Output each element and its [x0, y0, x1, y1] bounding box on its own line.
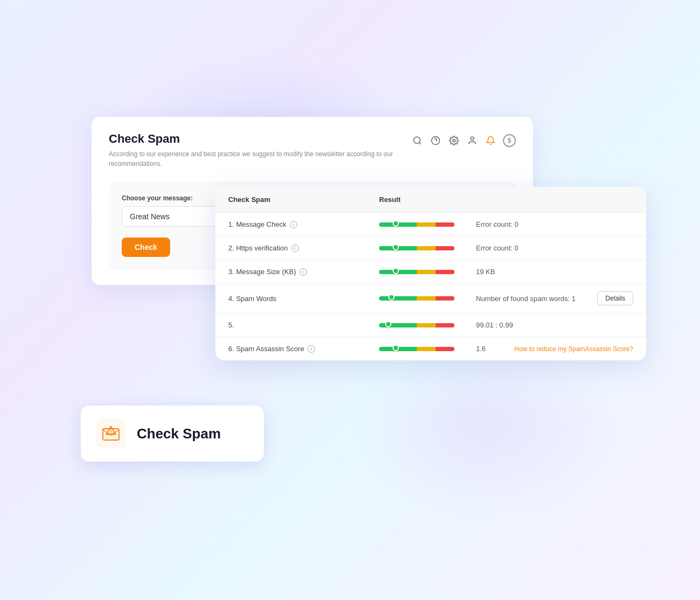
- notif-card: ! Check Spam: [81, 406, 264, 462]
- title-group: Check Spam According to our experience a…: [109, 132, 410, 169]
- row-1-gauge: [379, 221, 454, 228]
- gauge-indicator: [393, 345, 399, 351]
- table-row: 2. Https verification i Error count: 0: [215, 236, 646, 260]
- gauge-red: [436, 222, 454, 227]
- gauge-red: [436, 296, 454, 301]
- header-icons: $: [411, 132, 516, 147]
- gauge-yellow: [417, 246, 436, 250]
- row-5-gauge: [379, 322, 454, 329]
- gauge-indicator: [393, 244, 399, 250]
- row-2-result: Error count: 0: [476, 244, 633, 252]
- row-2-label: 2. Https verification i: [228, 244, 379, 252]
- gauge-indicator: [388, 294, 395, 301]
- gauge-track: [379, 222, 454, 227]
- question-icon[interactable]: [430, 135, 442, 146]
- page-title: Check Spam: [109, 132, 410, 146]
- settings-icon[interactable]: [448, 135, 460, 146]
- table-row: 6. Spam Assassin Score i 1.6 How to redu…: [215, 337, 646, 360]
- svg-text:!: !: [110, 429, 112, 434]
- results-panel: Check Spam Result 1. Message Check i: [215, 187, 646, 360]
- row-1-label: 1. Message Check i: [228, 220, 379, 228]
- gauge-yellow: [417, 347, 436, 351]
- gauge-indicator: [385, 321, 391, 327]
- gauge-indicator: [393, 220, 399, 227]
- row-5-label: 5.: [228, 321, 379, 329]
- results-table-header: Check Spam Result: [215, 187, 646, 213]
- row-1-info-icon[interactable]: i: [290, 221, 297, 228]
- col-check-spam-header: Check Spam: [228, 196, 379, 204]
- row-6-info-icon[interactable]: i: [307, 345, 315, 353]
- user-icon[interactable]: [466, 135, 478, 146]
- gauge-yellow: [417, 323, 436, 327]
- row-6-label: 6. Spam Assassin Score i: [228, 345, 379, 353]
- notif-icon-wrapper: !: [96, 418, 126, 449]
- gauge-yellow: [417, 222, 436, 227]
- row-3-info-icon[interactable]: i: [299, 268, 307, 276]
- search-icon[interactable]: [411, 135, 423, 146]
- notif-card-title: Check Spam: [137, 425, 221, 442]
- bell-icon[interactable]: [485, 135, 496, 146]
- dollar-icon[interactable]: $: [503, 134, 516, 147]
- row-3-label: 3. Message Size (KB) i: [228, 268, 379, 276]
- row-1-result: Error count: 0: [476, 220, 633, 228]
- gauge-red: [436, 270, 454, 274]
- row-6-gauge: [379, 346, 454, 352]
- gauge-green: [379, 296, 417, 301]
- row-4-gauge: [379, 295, 454, 302]
- svg-point-4: [471, 137, 474, 140]
- table-row: 3. Message Size (KB) i 19 KB: [215, 260, 646, 284]
- row-4-result: Number of found spam words: 1 Details: [476, 291, 633, 305]
- gauge-yellow: [417, 296, 436, 301]
- gauge-red: [436, 323, 454, 327]
- gauge-red: [436, 347, 454, 351]
- gauge-track: [379, 246, 454, 250]
- row-5-result: 99.01 : 0.99: [476, 321, 633, 329]
- envelope-warning-icon: !: [101, 424, 121, 443]
- row-4-label: 4. Spam Words: [228, 295, 379, 303]
- table-row: 4. Spam Words Number of found spam words…: [215, 284, 646, 313]
- row-2-info-icon[interactable]: i: [291, 245, 299, 252]
- check-button[interactable]: Check: [122, 238, 170, 257]
- gauge-track: [379, 270, 454, 274]
- main-card-header: Check Spam According to our experience a…: [109, 132, 516, 169]
- row-3-result: 19 KB: [476, 268, 633, 276]
- svg-point-0: [414, 137, 420, 143]
- svg-point-3: [453, 139, 456, 142]
- page-subtitle: According to our experience and best pra…: [109, 149, 410, 169]
- details-button[interactable]: Details: [597, 291, 633, 305]
- row-2-gauge: [379, 245, 454, 252]
- col-result-header: Result: [379, 196, 633, 204]
- results-table: Check Spam Result 1. Message Check i: [215, 187, 646, 360]
- row-3-gauge: [379, 269, 454, 275]
- spam-assassin-link[interactable]: How to reduce my SpamAssassin Score?: [514, 345, 633, 353]
- table-row: 5. 99.01 : 0.99: [215, 313, 646, 337]
- row-6-result: 1.6 How to reduce my SpamAssassin Score?: [476, 345, 633, 353]
- table-row: 1. Message Check i Error count: 0: [215, 213, 646, 236]
- gauge-indicator: [393, 268, 399, 274]
- gauge-red: [436, 246, 454, 250]
- gauge-yellow: [417, 270, 436, 274]
- gauge-track: [379, 347, 454, 351]
